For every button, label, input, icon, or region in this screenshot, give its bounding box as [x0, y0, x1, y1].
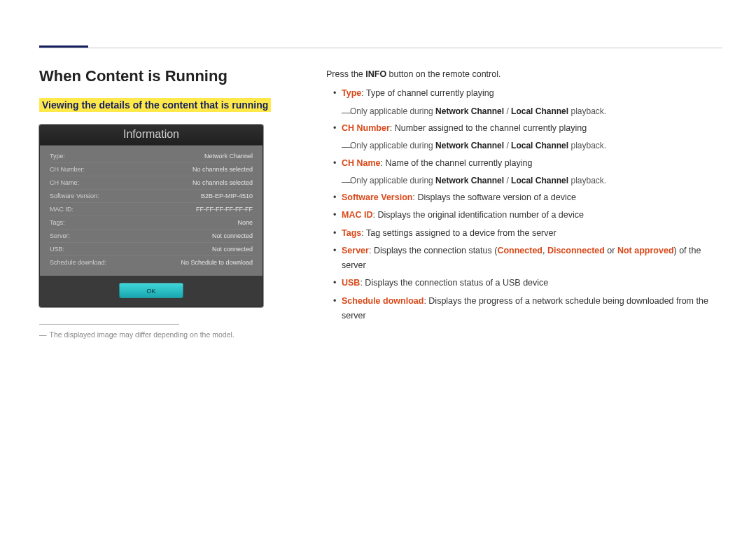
- intro-bold: INFO: [365, 69, 386, 79]
- info-label: USB:: [50, 246, 64, 253]
- info-value: No Schedule to download: [181, 259, 253, 266]
- info-value: FF-FF-FF-FF-FF-FF: [196, 206, 253, 213]
- info-label: Schedule download:: [50, 259, 106, 266]
- term: USB: [342, 278, 360, 288]
- ok-button[interactable]: OK: [119, 283, 183, 298]
- info-row: Software Version:B2B-EP-MIP-4510: [50, 190, 253, 203]
- footnote-text: The displayed image may differ depending…: [50, 330, 234, 339]
- intro-pre: Press the: [326, 69, 365, 79]
- term: MAC ID: [342, 210, 372, 220]
- info-label: CH Number:: [50, 166, 85, 173]
- info-value: No channels selected: [192, 179, 253, 186]
- intro-line: Press the INFO button on the remote cont…: [326, 67, 722, 82]
- info-value: Network Channel: [204, 153, 253, 160]
- header-rule: [39, 48, 722, 48]
- section-subtitle: Viewing the details of the content that …: [39, 98, 271, 112]
- term: Schedule download: [342, 296, 424, 306]
- term: Type: [342, 88, 361, 98]
- term: Tags: [342, 228, 361, 238]
- info-row: Server:Not connected: [50, 230, 253, 243]
- desc: : Displays the connection status of a US…: [360, 278, 548, 288]
- info-row: Type:Network Channel: [50, 150, 253, 163]
- term: CH Number: [342, 123, 390, 133]
- info-panel-title: Information: [40, 125, 262, 146]
- list-item: Software Version: Displays the software …: [326, 190, 722, 205]
- list-item: Tags: Tag settings assigned to a device …: [326, 226, 722, 241]
- info-label: CH Name:: [50, 179, 79, 186]
- info-row: CH Name:No channels selected: [50, 176, 253, 190]
- list-item: CH Name: Name of the channel currently p…: [326, 156, 722, 171]
- info-value: Not connected: [212, 246, 253, 253]
- info-label: Type:: [50, 153, 65, 160]
- description-column: Press the INFO button on the remote cont…: [326, 67, 722, 339]
- info-value: None: [237, 219, 253, 226]
- list-item: Schedule download: Displays the progress…: [326, 294, 722, 324]
- info-panel-footer: OK: [40, 276, 262, 307]
- info-panel: Information Type:Network Channel CH Numb…: [39, 125, 263, 307]
- desc: : Displays the connection status (: [369, 246, 497, 255]
- info-label: Tags:: [50, 219, 65, 226]
- desc: : Type of channel currently playing: [361, 88, 493, 98]
- info-label: Software Version:: [50, 192, 99, 199]
- sub-note: ―Only applicable during Network Channel …: [326, 174, 722, 188]
- term: Software Version: [342, 192, 412, 202]
- list-item: CH Number: Number assigned to the channe…: [326, 121, 722, 136]
- desc: : Displays the original identification n…: [372, 210, 584, 220]
- list-item: MAC ID: Displays the original identifica…: [326, 208, 722, 223]
- sub-note: ―Only applicable during Network Channel …: [326, 104, 722, 118]
- desc: : Name of the channel currently playing: [381, 158, 533, 168]
- intro-post: button on the remote control.: [386, 69, 500, 79]
- info-panel-body: Type:Network Channel CH Number:No channe…: [40, 146, 262, 276]
- info-row: USB:Not connected: [50, 243, 253, 256]
- info-row: Schedule download:No Schedule to downloa…: [50, 256, 253, 269]
- info-value: B2B-EP-MIP-4510: [201, 192, 253, 199]
- info-row: Tags:None: [50, 216, 253, 230]
- info-row: CH Number:No channels selected: [50, 163, 253, 176]
- sub-note: ―Only applicable during Network Channel …: [326, 139, 722, 153]
- footnote-rule: [39, 324, 179, 325]
- desc: : Displays the software version of a dev…: [412, 192, 575, 202]
- desc: : Tag settings assigned to a device from…: [361, 228, 556, 238]
- info-value: Not connected: [212, 232, 253, 239]
- footnote: ―The displayed image may differ dependin…: [39, 330, 298, 339]
- list-item: Server: Displays the connection status (…: [326, 244, 722, 274]
- term: Server: [342, 246, 369, 255]
- info-label: MAC ID:: [50, 206, 74, 213]
- page-title: When Content is Running: [39, 67, 298, 85]
- list-item: USB: Displays the connection status of a…: [326, 276, 722, 290]
- list-item: Type: Type of channel currently playing: [326, 86, 722, 101]
- info-value: No channels selected: [192, 166, 253, 173]
- info-label: Server:: [50, 232, 70, 239]
- term: CH Name: [342, 158, 381, 168]
- desc: : Number assigned to the channel current…: [390, 123, 587, 133]
- info-row: MAC ID:FF-FF-FF-FF-FF-FF: [50, 203, 253, 216]
